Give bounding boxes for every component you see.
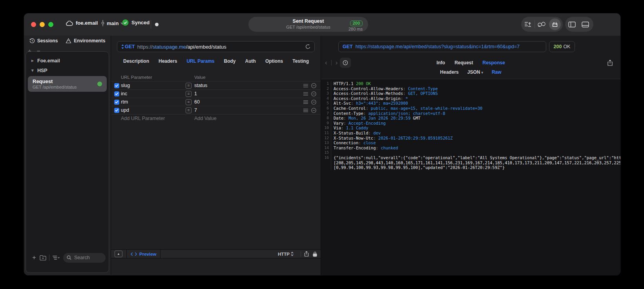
code-line: 10Via: 1.1 Caddy: [321, 125, 620, 131]
lock-icon[interactable]: [313, 251, 317, 257]
code-line: 9Vary: Accept-Encoding: [321, 121, 620, 126]
code-line: 12X-Status-Now-Utc: 2026-01-26T20:29:59.…: [321, 136, 620, 141]
param-name[interactable]: upd: [121, 107, 129, 113]
response-status-box: 200 OK: [549, 41, 575, 52]
param-value[interactable]: 7: [194, 107, 197, 113]
remove-param-icon[interactable]: [311, 100, 316, 105]
tab-options[interactable]: Options: [265, 58, 283, 64]
param-enabled-checkbox[interactable]: [114, 83, 119, 88]
method-selector[interactable]: GET: [121, 44, 135, 49]
tab-description[interactable]: Description: [123, 58, 149, 64]
protocol-selector[interactable]: HTTP: [278, 252, 294, 256]
row-drag-handle-icon[interactable]: [303, 84, 308, 87]
row-drag-handle-icon[interactable]: [303, 100, 308, 104]
sort-list-icon[interactable]: [51, 253, 60, 262]
param-name[interactable]: slug: [121, 83, 130, 88]
param-value[interactable]: 60: [194, 99, 200, 105]
response-code[interactable]: 1HTTP/1.1 200 OK2Access-Control-Allow-He…: [321, 79, 620, 275]
tree-group-foe-email[interactable]: ▸ Foe.email: [26, 56, 109, 65]
resend-request-icon[interactable]: [549, 18, 561, 30]
line-number: 4: [321, 96, 331, 101]
preview-button[interactable]: Preview: [131, 252, 156, 256]
response-status-code: 200: [554, 44, 562, 49]
history-clock-icon: [29, 38, 35, 44]
row-drag-handle-icon[interactable]: [303, 109, 308, 112]
traffic-lights: [31, 22, 53, 27]
tab-testing[interactable]: Testing: [292, 58, 309, 64]
line-number: 8: [321, 116, 331, 121]
close-window-button[interactable]: [31, 22, 36, 27]
add-request-button[interactable]: +: [30, 253, 38, 262]
view-json[interactable]: JSON▾: [467, 69, 483, 75]
tree-group-hsp[interactable]: ▾ HSP: [26, 65, 109, 75]
line-number: 11: [321, 131, 331, 136]
tab-auth[interactable]: Auth: [245, 58, 256, 64]
tab-headers[interactable]: Headers: [159, 58, 177, 64]
zoom-window-button[interactable]: [48, 22, 53, 27]
request-url-bar[interactable]: GET https://statuspage.me/api/embed/stat…: [117, 41, 315, 52]
param-name[interactable]: inc: [121, 91, 127, 96]
response-url-box[interactable]: GET https://statuspage.me/api/embed/stat…: [338, 41, 546, 52]
line-number: 7: [321, 111, 331, 116]
url-path: /api/embed/status: [186, 44, 226, 50]
tab-info[interactable]: Info: [436, 60, 445, 65]
param-enabled-checkbox[interactable]: [114, 100, 119, 105]
request-status-pill[interactable]: Sent Request GET /api/embed/status 200 2…: [248, 17, 368, 32]
search-input[interactable]: [73, 254, 102, 261]
add-param-placeholder[interactable]: Add URL Parameter: [121, 116, 165, 121]
titlebar-separator: [151, 20, 151, 29]
protocol-stepper-icon: [291, 252, 294, 256]
equals-icon: =: [186, 83, 192, 89]
request-duration: 280 ms: [348, 27, 363, 32]
param-enabled-checkbox[interactable]: [114, 108, 119, 113]
tab-url-params[interactable]: URL Params: [186, 58, 214, 64]
refresh-icon[interactable]: [305, 44, 310, 49]
toggle-left-sidebar-icon[interactable]: [565, 18, 578, 31]
sync-status[interactable]: Synced: [122, 19, 150, 26]
param-enabled-checkbox[interactable]: [114, 91, 119, 96]
param-value[interactable]: 1: [194, 91, 197, 96]
remove-param-icon[interactable]: [311, 108, 316, 113]
request-tabs: Description Headers URL Params Body Auth…: [111, 58, 321, 64]
branch-selector[interactable]: main: [101, 20, 124, 26]
tab-body[interactable]: Body: [224, 58, 236, 64]
tab-environments[interactable]: Environments: [66, 38, 105, 44]
remove-param-icon[interactable]: [311, 91, 316, 96]
chevron-right-icon: ▸: [31, 58, 35, 63]
param-value[interactable]: status: [194, 83, 207, 88]
preview-label: Preview: [139, 252, 156, 256]
tree-group-label: HSP: [37, 68, 47, 73]
column-url-parameter: URL Parameter: [121, 75, 152, 80]
status-code-badge: 200: [350, 20, 363, 26]
tab-response[interactable]: Response: [482, 60, 505, 65]
toggle-bottom-panel-icon[interactable]: [578, 18, 592, 31]
new-folder-icon[interactable]: [38, 253, 47, 262]
tab-request[interactable]: Request: [454, 60, 473, 65]
minimize-window-button[interactable]: [40, 22, 45, 27]
tab-sessions-label: Sessions: [37, 38, 58, 44]
merge-session-icon[interactable]: [535, 18, 548, 31]
export-requests-icon[interactable]: [521, 18, 535, 31]
line-number: 1: [321, 81, 331, 86]
code-line: 2Access-Control-Allow-Headers: Content-T…: [321, 86, 620, 91]
sidebar-request-item[interactable]: Request GET /api/embed/status: [28, 76, 107, 92]
layout-toggle-group: [565, 17, 593, 32]
export-response-icon[interactable]: [608, 58, 613, 68]
url-host: statuspage.me: [153, 44, 186, 50]
sessions-tree-panel: ▸ Foe.email ▾ HSP Request GET /api/embed…: [26, 51, 109, 273]
sidebar-search[interactable]: [63, 253, 106, 263]
param-name[interactable]: rtm: [121, 99, 128, 105]
row-drag-handle-icon[interactable]: [303, 92, 308, 96]
request-method-path: GET /api/embed/status: [33, 85, 102, 89]
project-button[interactable]: foe.email: [66, 20, 98, 26]
view-raw[interactable]: Raw: [492, 69, 502, 75]
view-headers[interactable]: Headers: [440, 69, 458, 75]
expand-console-button[interactable]: ▲: [115, 251, 122, 257]
add-param-row[interactable]: Add URL ParameterAdd Value: [111, 114, 321, 122]
share-icon[interactable]: [304, 251, 309, 257]
project-name: foe.email: [76, 20, 98, 26]
add-value-placeholder[interactable]: Add Value: [194, 116, 217, 121]
url-scheme: https://: [137, 44, 153, 50]
remove-param-icon[interactable]: [311, 83, 316, 88]
tab-sessions[interactable]: Sessions: [29, 38, 58, 44]
